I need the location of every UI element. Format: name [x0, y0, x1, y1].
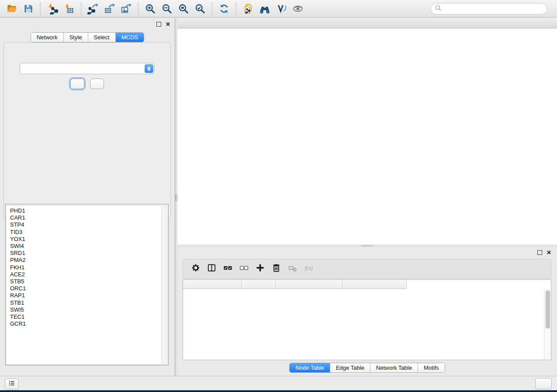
memory-status-icon: [540, 382, 544, 386]
clone-network-button[interactable]: [240, 1, 256, 16]
mcds-result-item[interactable]: TEC1: [7, 313, 167, 320]
mcds-result-item[interactable]: ACE2: [7, 271, 167, 278]
tab-motifs[interactable]: Motifs: [418, 363, 445, 372]
export-table-icon: [104, 3, 115, 14]
column-header-successor-nodes[interactable]: [343, 280, 407, 289]
mcds-result-item[interactable]: SWI5: [7, 306, 167, 313]
save-session-button[interactable]: [20, 1, 37, 16]
apply-layout-button[interactable]: [216, 1, 232, 16]
network-search-box[interactable]: [430, 3, 547, 14]
export-image-button[interactable]: [118, 1, 135, 16]
mcds-result-item[interactable]: FKH1: [7, 264, 167, 271]
column-header-MCDS-role[interactable]: [276, 280, 343, 289]
toolbar-separator: [81, 2, 81, 15]
settings-button[interactable]: [187, 261, 204, 277]
open-file-button[interactable]: [3, 1, 20, 16]
toolbar-separator: [236, 2, 236, 15]
table-header-row: [183, 280, 551, 289]
table-scrollbar[interactable]: [544, 289, 551, 360]
mcds-result-item[interactable]: ORC1: [7, 285, 167, 292]
mcds-result-item[interactable]: RAP1: [7, 292, 167, 299]
show-hide-icon: [292, 3, 304, 14]
list-icon: [8, 380, 16, 389]
maximize-window-icon[interactable]: [200, 21, 205, 26]
zoom-in-button[interactable]: [142, 1, 159, 16]
close-panel-icon[interactable]: ✕: [547, 251, 551, 254]
criterion-dropdown[interactable]: [20, 63, 155, 74]
find-button[interactable]: [256, 1, 273, 16]
mcds-result-item[interactable]: SRD1: [7, 250, 167, 257]
tab-select[interactable]: Select: [88, 33, 115, 42]
run-mcds-button[interactable]: [70, 79, 84, 89]
settings-icon: [190, 263, 201, 275]
tab-mcds[interactable]: MCDS: [115, 33, 144, 42]
vizmapper-icon: [276, 3, 287, 14]
search-input[interactable]: [443, 5, 547, 13]
status-bar: [0, 376, 557, 390]
mcds-list-scrollbar[interactable]: [161, 206, 167, 364]
save-session-icon: [23, 3, 34, 14]
minimize-window-icon[interactable]: [191, 21, 197, 26]
mcds-result-list[interactable]: PHD1CAR1STP4TID3YOX1SWI4SRD1PMA2FKH1ACE2…: [7, 206, 167, 364]
float-panel-icon[interactable]: [537, 250, 542, 255]
delete-icon: [271, 263, 281, 275]
zoom-out-button[interactable]: [159, 1, 175, 16]
delete-button[interactable]: [268, 261, 284, 277]
table-tabs: Node TableEdge TableNetwork TableMotifs: [177, 363, 557, 373]
export-table-button[interactable]: [101, 1, 118, 16]
column-header-name[interactable]: [242, 280, 276, 289]
mcds-result-item[interactable]: PMA2: [7, 257, 167, 264]
toolbar-separator: [40, 2, 41, 15]
mcds-result-item[interactable]: PHD1: [7, 206, 167, 214]
mcds-result-item[interactable]: STB5: [7, 278, 167, 285]
mcds-result-item[interactable]: YOX1: [7, 236, 167, 243]
node-table: [183, 279, 551, 360]
delete-table-button[interactable]: [284, 261, 301, 277]
network-canvas[interactable]: [177, 28, 557, 244]
svg-text:f(x): f(x): [304, 265, 313, 271]
memory-button[interactable]: [535, 378, 552, 389]
zoom-selected-button[interactable]: [192, 1, 208, 16]
mcds-result-item[interactable]: GCR1: [7, 320, 167, 327]
float-panel-icon[interactable]: [156, 22, 161, 27]
deselect-all-icon: [239, 263, 249, 275]
close-window-icon[interactable]: [183, 21, 188, 26]
import-network-button[interactable]: [44, 1, 61, 16]
delete-table-icon: [287, 263, 298, 275]
column-header-shared-name[interactable]: [183, 280, 242, 289]
close-panel-icon[interactable]: ✕: [166, 22, 170, 26]
import-table-button[interactable]: [61, 1, 77, 16]
tab-style[interactable]: Style: [63, 33, 88, 42]
tab-node-table[interactable]: Node Table: [290, 363, 330, 372]
import-network-icon: [47, 3, 58, 14]
control-panel-tabs: NetworkStyleSelectMCDS: [0, 32, 175, 42]
show-hide-button[interactable]: [290, 1, 306, 16]
tab-edge-table[interactable]: Edge Table: [330, 363, 370, 372]
splitter-handle[interactable]: [361, 245, 374, 247]
select-all-icon: [223, 263, 233, 275]
tab-network[interactable]: Network: [31, 33, 63, 42]
vizmapper-button[interactable]: [273, 1, 290, 16]
close-panel-button[interactable]: [90, 79, 104, 89]
mcds-result-item[interactable]: SWI4: [7, 243, 167, 250]
mcds-result-item[interactable]: CAR1: [7, 214, 167, 221]
import-table-icon: [63, 3, 75, 14]
tab-control: Node TableEdge TableNetwork TableMotifs: [289, 363, 445, 373]
export-network-button[interactable]: [85, 1, 101, 16]
zoom-fit-icon: [178, 3, 189, 14]
task-history-button[interactable]: [5, 378, 19, 389]
function-builder-button[interactable]: f(x): [301, 261, 317, 277]
select-all-button[interactable]: [220, 261, 236, 277]
cytoscape-window: ✕ NetworkStyleSelectMCDS PHD1CAR1STP4TID…: [0, 0, 557, 390]
toolbar-separator: [138, 2, 138, 15]
deselect-all-button[interactable]: [236, 261, 252, 277]
mcds-result-item[interactable]: STP4: [7, 221, 167, 228]
zoom-in-icon: [145, 3, 156, 14]
tab-network-table[interactable]: Network Table: [370, 363, 418, 372]
zoom-fit-button[interactable]: [175, 1, 192, 16]
scrollbar-thumb[interactable]: [546, 290, 550, 329]
add-button[interactable]: [252, 261, 268, 277]
mcds-result-item[interactable]: TID3: [7, 229, 167, 236]
columns-button[interactable]: [204, 261, 220, 277]
mcds-result-item[interactable]: STB1: [7, 299, 167, 306]
